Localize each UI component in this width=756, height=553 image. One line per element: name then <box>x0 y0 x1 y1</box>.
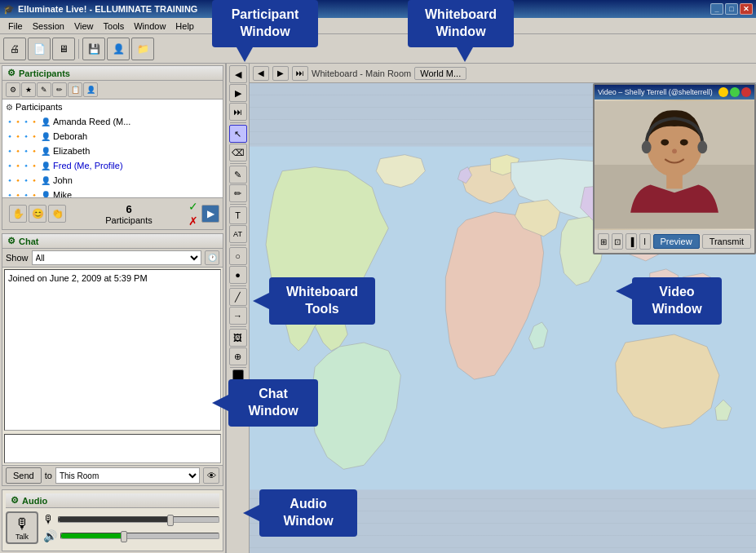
talk-button[interactable]: 🎙 Talk <box>6 511 38 544</box>
list-item[interactable]: 🔹🔸🔹🔸 👤 Amanda Reed (M... <box>2 114 223 129</box>
save-button[interactable]: 💾 <box>82 38 105 60</box>
svg-point-8 <box>642 141 652 154</box>
wb-prev-button[interactable]: ◀ <box>229 65 247 83</box>
wb-sep-1 <box>230 122 246 123</box>
arrow-tool[interactable]: → <box>229 307 247 325</box>
pt-btn-2[interactable]: ★ <box>21 82 36 97</box>
main-layout: ⚙ Participants ⚙ ★ ✎ ✏ 📋 👤 ⚙ Participant… <box>0 64 756 553</box>
video-title-bar: Video – Shelly Terrell (@shelterrell) <box>595 85 754 100</box>
pt-btn-4[interactable]: ✏ <box>52 82 67 97</box>
participant-toolbar: ⚙ ★ ✎ ✏ 📋 👤 <box>2 81 223 100</box>
preview-button[interactable]: Preview <box>653 234 700 249</box>
participants-panel: ⚙ Participants ⚙ ★ ✎ ✏ 📋 👤 ⚙ Participant… <box>2 65 223 230</box>
text-tool[interactable]: T <box>229 206 247 224</box>
wb-nav-skip[interactable]: ⏭ <box>292 66 308 81</box>
speaker-slider[interactable] <box>60 533 219 539</box>
select-tool[interactable]: ↖ <box>229 125 247 143</box>
video-minimize-btn[interactable] <box>718 87 728 97</box>
video-maximize-btn[interactable] <box>730 87 740 97</box>
whiteboard-tools-panel: ◀ ▶ ⏭ ↖ ⌫ ✎ ✏ T AT ○ ● ╱ → 🖼 ⊕ <box>227 64 250 553</box>
list-item[interactable]: ⚙ Participants <box>2 100 223 114</box>
menu-help[interactable]: Help <box>170 20 199 32</box>
smiley-button[interactable]: 😊 <box>29 205 46 223</box>
video-btn-3[interactable]: ▐ <box>626 233 637 250</box>
monitor-button[interactable]: 🖥 <box>52 38 75 60</box>
list-item[interactable]: 🔹🔸🔹🔸 👤 Deborah <box>2 129 223 144</box>
svg-point-9 <box>697 141 707 154</box>
room-select[interactable]: This Room <box>55 467 200 484</box>
pt-btn-3[interactable]: ✎ <box>37 82 51 97</box>
color-swatch-2[interactable] <box>232 382 244 393</box>
pt-btn-6[interactable]: 👤 <box>83 82 98 97</box>
hand-button[interactable]: ✋ <box>9 205 27 223</box>
zoom-tool[interactable]: ⊕ <box>229 347 247 365</box>
video-image <box>595 100 754 230</box>
minimize-button[interactable]: _ <box>710 3 723 15</box>
list-item[interactable]: 🔹🔸🔹🔸 👤 Mike <box>2 188 223 197</box>
applause-button[interactable]: 👏 <box>48 205 66 223</box>
eye-button[interactable]: 👁 <box>203 467 219 484</box>
list-item[interactable]: 🔹🔸🔹🔸 👤 Elizabeth <box>2 144 223 158</box>
nav-arrow-btn[interactable]: ▶ <box>201 205 219 223</box>
list-item[interactable]: 🔹🔸🔹🔸 👤 Fred (Me, Profile) <box>2 158 223 173</box>
video-btn-1[interactable]: ⊞ <box>598 233 609 250</box>
pt-btn-1[interactable]: ⚙ <box>6 82 20 97</box>
color-swatch-1[interactable] <box>232 369 244 381</box>
person-button[interactable]: 👤 <box>107 38 130 60</box>
whiteboard-area: ◀ ▶ ⏭ ↖ ⌫ ✎ ✏ T AT ○ ● ╱ → 🖼 ⊕ <box>227 64 756 553</box>
text-size-tool[interactable]: AT <box>229 225 247 243</box>
wb-sep-5 <box>230 285 246 286</box>
circle-fill-tool[interactable]: ● <box>229 266 247 284</box>
checkmark-icon[interactable]: ✓ <box>188 200 198 213</box>
menu-view[interactable]: View <box>69 20 99 32</box>
transmit-button[interactable]: Transmit <box>702 234 751 249</box>
eraser-tool[interactable]: ⌫ <box>229 144 247 161</box>
mic-volume-row: 🎙 <box>43 513 219 526</box>
mic-slider[interactable] <box>58 516 219 523</box>
wb-nav-prev[interactable]: ◀ <box>253 66 269 81</box>
line-tool[interactable]: ╱ <box>229 288 247 306</box>
chat-icon: ⚙ <box>7 236 15 246</box>
pen-tool[interactable]: ✎ <box>229 166 247 184</box>
speaker-volume-row: 🔊 <box>43 529 219 542</box>
person-svg <box>595 100 754 230</box>
video-close-btn[interactable] <box>741 87 751 97</box>
menu-window[interactable]: Window <box>129 20 170 32</box>
menu-tools[interactable]: Tools <box>99 20 130 32</box>
redx-icon[interactable]: ✗ <box>188 215 198 228</box>
to-label: to <box>45 471 52 480</box>
wb-play-button[interactable]: ▶ <box>229 84 247 102</box>
chat-input[interactable] <box>4 434 221 463</box>
wb-skip-button[interactable]: ⏭ <box>229 103 247 121</box>
participant-count: 6 Participants <box>69 203 188 225</box>
folder-button[interactable]: 📁 <box>131 38 154 60</box>
title-bar: 🎓 Elluminate Live! - ELLUMINATE TRAINING… <box>0 0 756 18</box>
menu-file[interactable]: File <box>3 20 28 32</box>
reaction-row: ✋ 😊 👏 <box>6 203 69 224</box>
video-btn-4[interactable]: I <box>639 233 651 250</box>
whiteboard-title: Whiteboard - Main Room <box>312 69 411 78</box>
close-button[interactable]: ✕ <box>740 3 753 15</box>
video-title: Video – Shelly Terrell (@shelterrell) <box>598 88 713 96</box>
new-button[interactable]: 📄 <box>28 38 51 60</box>
send-button[interactable]: Send <box>6 467 42 484</box>
video-btn-2[interactable]: ⊡ <box>612 233 623 250</box>
pt-btn-5[interactable]: 📋 <box>68 82 82 97</box>
video-title-buttons <box>718 87 751 97</box>
print-button[interactable]: 🖨 <box>3 38 26 60</box>
highlighter-tool[interactable]: ✏ <box>229 184 247 202</box>
mic-icon: 🎙 <box>43 513 55 526</box>
wb-nav-play[interactable]: ▶ <box>272 66 289 81</box>
chat-show-select[interactable]: All <box>32 250 201 265</box>
world-meeting-btn[interactable]: World M... <box>414 67 466 80</box>
main-toolbar: 🖨 📄 🖥 💾 👤 📁 <box>0 34 756 64</box>
menu-session[interactable]: Session <box>28 20 69 32</box>
video-window: Video – Shelly Terrell (@shelterrell) <box>593 83 756 254</box>
maximize-button[interactable]: □ <box>725 3 738 15</box>
circle-tool[interactable]: ○ <box>229 247 247 265</box>
list-item[interactable]: 🔹🔸🔹🔸 👤 John <box>2 173 223 188</box>
chat-header: ⚙ Chat <box>2 234 223 249</box>
audio-controls: 🎙 Talk 🎙 🔊 <box>6 508 219 547</box>
chat-settings-btn[interactable]: 🕐 <box>205 250 219 265</box>
image-tool[interactable]: 🖼 <box>229 329 247 347</box>
